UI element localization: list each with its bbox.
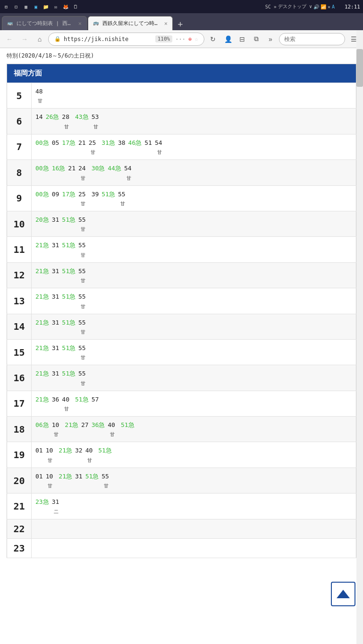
- entry-sub-inline: 甘: [110, 430, 115, 439]
- more-dots[interactable]: ···: [175, 36, 186, 42]
- entry: 39: [92, 189, 99, 200]
- entry: 00急: [35, 163, 49, 174]
- address-bar[interactable]: 🔒 https://jik.nishite 110% ··· ⊕ ☆: [48, 33, 204, 46]
- search-icon[interactable]: ⊡: [12, 2, 20, 11]
- entry: 30急: [92, 163, 105, 174]
- entry: 10: [46, 445, 53, 456]
- entry-sub-inline: 甘: [120, 200, 125, 208]
- tab2-title: 西鉄久留米にしてつ時刻表 | 西鉄...: [102, 20, 161, 27]
- firefox-icon[interactable]: 🦊: [61, 2, 70, 11]
- entry: 31: [52, 214, 59, 225]
- volume-icon[interactable]: 🔊: [313, 4, 319, 9]
- entry-sub-inline: 甘: [54, 430, 59, 439]
- minutes-cell: 21急3151急55甘: [32, 262, 356, 288]
- entry: 21急: [35, 317, 49, 328]
- tab2-close[interactable]: ×: [164, 20, 168, 27]
- entry: 40: [108, 419, 115, 430]
- entry-group: 40甘: [108, 419, 117, 439]
- entry-sub-inline: 甘: [157, 148, 162, 157]
- account-button[interactable]: 👤: [221, 33, 235, 46]
- refresh-button[interactable]: ↻: [206, 33, 219, 46]
- hour-cell: 20: [7, 468, 32, 493]
- entry-group: 55甘: [78, 266, 88, 285]
- entry-sub-inline: 甘: [91, 148, 95, 157]
- entry: 28: [62, 111, 69, 122]
- nav-icons: 👤 ⊟ ⧉ »: [221, 33, 277, 46]
- extensions-button[interactable]: »: [264, 33, 277, 46]
- entry: 25: [89, 137, 96, 148]
- hour-cell: 10: [7, 211, 32, 236]
- minutes-cell: 21急3151急55甘: [32, 288, 356, 314]
- search-input[interactable]: [279, 33, 345, 45]
- entry: 31: [52, 317, 59, 328]
- tabs-button[interactable]: ⧉: [250, 33, 263, 46]
- zoom-badge[interactable]: 110%: [155, 35, 173, 42]
- entry: 05: [52, 137, 59, 148]
- entry-group: 55甘: [78, 291, 88, 310]
- minutes-cell: 00急0517急2125甘31急3846急5154甘: [32, 134, 356, 159]
- scrollbar-track[interactable]: [356, 30, 363, 644]
- entry-sub-inline: 甘: [81, 328, 85, 336]
- start-icon[interactable]: ⊞: [2, 2, 10, 11]
- network-icon[interactable]: 📶: [321, 4, 326, 9]
- table-row: 22: [7, 519, 356, 538]
- minutes-cell: 21急3151急55甘: [32, 365, 356, 391]
- entry-group: 10甘: [46, 445, 55, 464]
- tab2-favicon: 🚌: [93, 20, 100, 27]
- entry: 38: [118, 137, 126, 148]
- entry: 21急: [59, 471, 72, 482]
- entry-group: 55甘: [101, 471, 111, 490]
- tab1-close[interactable]: ×: [78, 20, 82, 27]
- entry: 21: [78, 137, 86, 148]
- entry-group: 24甘: [78, 163, 88, 182]
- tab-2[interactable]: 🚌 西鉄久留米にしてつ時刻表 | 西鉄... ×: [88, 16, 173, 30]
- scrollbar-thumb[interactable]: [356, 49, 363, 87]
- entry: 55: [78, 368, 86, 379]
- back-button[interactable]: ←: [3, 33, 16, 46]
- entry: 31: [52, 266, 59, 276]
- entry: 31: [52, 368, 59, 379]
- home-button[interactable]: ⌂: [33, 33, 46, 46]
- minutes-cell: 1426急28甘43急53甘: [32, 109, 356, 134]
- pocket-icon[interactable]: ⊕: [188, 36, 192, 42]
- hour-cell: 17: [7, 391, 32, 416]
- entry: 26急: [46, 111, 59, 122]
- entry-group: 55甘: [78, 240, 88, 259]
- entry: 21急: [35, 343, 49, 353]
- close-icon[interactable]: ✕: [328, 4, 330, 9]
- entry: 00急: [35, 189, 49, 200]
- entry-sub-inline: 甘: [81, 200, 85, 208]
- taskview-icon[interactable]: ▦: [22, 2, 30, 11]
- entry-sub-inline: 甘: [38, 97, 42, 105]
- entry-group: 53甘: [92, 111, 101, 131]
- entry: 40: [85, 445, 93, 456]
- entry-group: 25甘: [89, 137, 98, 157]
- entry: 00急: [35, 137, 49, 148]
- entry-sub-inline: 甘: [81, 174, 85, 183]
- hour-cell: 11: [7, 237, 32, 262]
- entry-group: 54甘: [155, 137, 164, 157]
- scroll-to-top-button[interactable]: [331, 582, 355, 606]
- entry-sub-inline: 甘: [81, 379, 85, 388]
- table-row: 700急0517急2125甘31急3846急5154甘: [7, 134, 356, 159]
- entry-group: 48甘: [35, 86, 45, 105]
- calc-icon[interactable]: 🗒: [71, 2, 80, 11]
- entry-sub-inline: 甘: [81, 276, 85, 285]
- entry: 14: [35, 111, 43, 122]
- minutes-cell: 20急3151急55甘: [32, 211, 356, 236]
- entry: 51急: [62, 317, 76, 328]
- entry: 51急: [62, 214, 76, 225]
- forward-button[interactable]: →: [18, 33, 31, 46]
- entry: 55: [118, 189, 126, 200]
- edge-icon[interactable]: ▣: [32, 2, 40, 11]
- mail-icon[interactable]: ✉: [51, 2, 60, 11]
- entry: 40: [62, 394, 69, 405]
- new-tab-button[interactable]: +: [174, 17, 187, 30]
- entry: 36: [52, 394, 59, 405]
- hour-cell: 21: [7, 493, 32, 519]
- bookmark-icon[interactable]: ☆: [194, 35, 198, 42]
- minutes-cell: 06急10甘21急2736急40甘51急: [32, 417, 356, 442]
- explorer-icon[interactable]: 📁: [42, 2, 50, 11]
- tab-1[interactable]: 🚌 にしてつ時刻表 | 西鉄くらしネット ×: [2, 16, 87, 30]
- bookmarks-button[interactable]: ⊟: [236, 33, 249, 46]
